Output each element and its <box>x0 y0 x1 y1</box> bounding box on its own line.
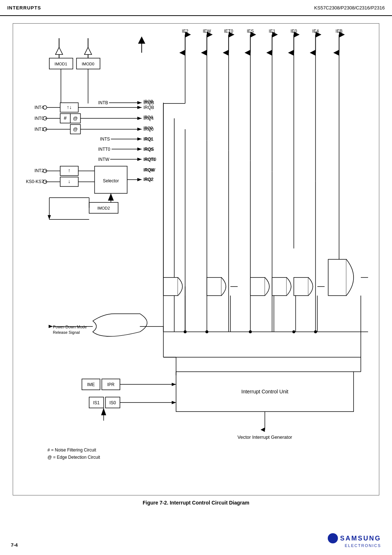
svg-text:IEW: IEW <box>203 29 211 34</box>
svg-rect-123 <box>328 259 346 296</box>
diagram-container: IE2 IEW IET0 IES IE1 IE0 IE4 IEB <box>13 23 379 495</box>
svg-text:#  =  Noise Filtering Circuit: # = Noise Filtering Circuit <box>48 447 97 453</box>
electronics-label: ELECTRONICS <box>345 543 381 548</box>
svg-text:IMOD1: IMOD1 <box>54 62 67 66</box>
svg-rect-115 <box>207 278 221 296</box>
section-title: INTERRUPTS <box>7 5 41 11</box>
svg-marker-87 <box>108 193 114 200</box>
svg-text:IRQT0: IRQT0 <box>143 157 155 162</box>
svg-text:IMOD0: IMOD0 <box>82 62 94 66</box>
svg-text:Power-Down Mode: Power-Down Mode <box>53 325 87 329</box>
svg-text:IE4: IE4 <box>312 29 319 34</box>
svg-text:IE0: IE0 <box>290 29 297 34</box>
svg-text:IPR: IPR <box>107 382 114 387</box>
page-number: 7-4 <box>11 542 18 548</box>
svg-text:INT2: INT2 <box>34 168 44 173</box>
svg-text:Selector: Selector <box>103 178 119 183</box>
svg-marker-33 <box>138 36 145 44</box>
page-footer: 7-4 SAMSUNG ELECTRONICS <box>0 533 392 548</box>
svg-rect-117 <box>250 278 265 296</box>
svg-text:Vector Interrupt Generator: Vector Interrupt Generator <box>237 434 292 440</box>
svg-text:@  =  Edge Detection Circuit: @ = Edge Detection Circuit <box>48 455 101 460</box>
svg-rect-119 <box>272 278 287 296</box>
svg-text:↑↓: ↑↓ <box>67 104 72 110</box>
svg-text:IS1: IS1 <box>93 400 100 405</box>
svg-text:IRQB: IRQB <box>143 99 153 104</box>
page-header: INTERRUPTS KS57C2308/P2308/C2316/P2316 <box>0 0 392 16</box>
svg-text:IRQW: IRQW <box>143 168 155 172</box>
svg-text:INT1: INT1 <box>34 127 44 132</box>
svg-text:INT4: INT4 <box>34 105 44 110</box>
svg-text:IRQ4: IRQ4 <box>143 115 153 119</box>
figure-caption: Figure 7-2. Interrupt Control Circuit Di… <box>11 500 381 506</box>
svg-text:Release Signal: Release Signal <box>53 330 80 335</box>
svg-text:@: @ <box>73 116 78 121</box>
main-content: IE2 IEW IET0 IES IE1 IE0 IE4 IEB <box>0 16 392 513</box>
svg-text:INTW: INTW <box>98 157 110 162</box>
svg-text:IMOD2: IMOD2 <box>97 206 110 210</box>
svg-text:IE1: IE1 <box>269 29 275 34</box>
svg-rect-121 <box>294 278 308 296</box>
svg-text:IES: IES <box>247 29 254 34</box>
svg-text:IET0: IET0 <box>224 29 233 34</box>
svg-marker-24 <box>56 47 63 54</box>
svg-marker-140 <box>101 408 106 415</box>
samsung-brand-text: SAMSUNG <box>340 535 381 542</box>
svg-text:IRQ1: IRQ1 <box>143 137 153 141</box>
chip-model: KS57C2308/P2308/C2316/P2316 <box>314 5 385 11</box>
circuit-diagram: IE2 IEW IET0 IES IE1 IE0 IE4 IEB <box>13 24 379 495</box>
svg-point-36 <box>43 106 47 109</box>
svg-text:IRQS: IRQS <box>143 147 153 151</box>
svg-text:Interrupt Control Unit: Interrupt Control Unit <box>241 389 289 394</box>
svg-text:@: @ <box>73 126 78 132</box>
svg-text:IRQ0: IRQ0 <box>143 126 153 130</box>
svg-text:IEB: IEB <box>336 29 343 34</box>
svg-text:IME: IME <box>87 382 95 387</box>
svg-text:INT0: INT0 <box>34 116 44 121</box>
svg-text:KS0-KS7: KS0-KS7 <box>26 179 44 184</box>
svg-text:INTT0: INTT0 <box>98 147 111 152</box>
samsung-logo: SAMSUNG ELECTRONICS <box>328 533 381 548</box>
svg-rect-110 <box>163 278 178 296</box>
svg-text:#: # <box>64 115 67 121</box>
svg-text:IS0: IS0 <box>109 400 116 405</box>
svg-text:INTS: INTS <box>100 137 110 142</box>
svg-text:↓: ↓ <box>68 178 70 184</box>
svg-text:↑: ↑ <box>68 167 70 173</box>
svg-text:INTB: INTB <box>98 100 108 105</box>
svg-marker-27 <box>85 47 92 54</box>
svg-text:IRQB: IRQB <box>143 105 154 110</box>
svg-text:IRQ2: IRQ2 <box>143 177 153 182</box>
svg-text:IE2: IE2 <box>182 29 188 34</box>
